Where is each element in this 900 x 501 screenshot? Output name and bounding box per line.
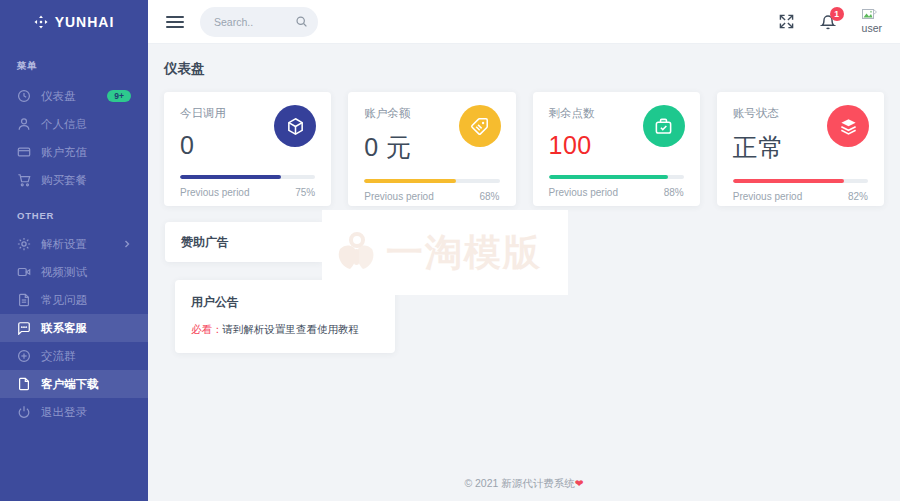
footer-copyright: © 2021 新源代计费系统❤ [148, 477, 900, 491]
power-icon [17, 405, 31, 419]
sidebar-item-label: 购买套餐 [41, 173, 87, 188]
announcement-highlight: 必看： [191, 323, 223, 335]
progress-label: Previous period [733, 191, 802, 202]
file-text-icon [17, 293, 31, 307]
user-avatar[interactable]: user [862, 9, 882, 34]
progress-bar [364, 179, 499, 183]
topbar: 1 user [148, 0, 900, 44]
search-bar [200, 7, 318, 37]
progress-percent: 68% [479, 191, 499, 202]
sidebar-item-recharge[interactable]: 账户充值 [0, 138, 148, 166]
stat-cards-row: 今日调用 0 Previous period 75% 账户余额 0 元 Prev… [164, 92, 884, 206]
sidebar-section-menu: 菜单 [0, 60, 148, 73]
progress-bar [733, 179, 868, 183]
cube-icon [274, 105, 316, 147]
cart-icon [17, 173, 31, 187]
sidebar-item-dashboard[interactable]: 仪表盘 9+ [0, 82, 148, 110]
video-icon [17, 265, 31, 279]
app-logo[interactable]: YUNHAI [0, 0, 148, 44]
progress-label: Previous period [364, 191, 433, 202]
sidebar-item-label: 个人信息 [41, 117, 87, 132]
page-title: 仪表盘 [164, 60, 884, 78]
sidebar-item-label: 退出登录 [41, 405, 87, 420]
file-icon [17, 377, 31, 391]
sidebar-item-label: 视频测试 [41, 265, 87, 280]
sidebar-item-parse-settings[interactable]: 解析设置 [0, 230, 148, 258]
sidebar-item-label: 解析设置 [41, 237, 87, 252]
tag-icon [459, 105, 501, 147]
dashboard-badge: 9+ [107, 90, 131, 103]
plus-circle-icon [17, 349, 31, 363]
heart-icon: ❤ [575, 477, 584, 489]
announcement-body: 必看：请到解析设置里查看使用教程 [191, 323, 379, 337]
watermark-logo-icon [330, 227, 382, 279]
notifications-bell-icon[interactable]: 1 [820, 14, 836, 30]
gear-icon [17, 237, 31, 251]
sidebar-item-faq[interactable]: 常见问题 [0, 286, 148, 314]
progress-percent: 82% [848, 191, 868, 202]
fullscreen-icon[interactable] [779, 14, 794, 29]
sidebar: YUNHAI 菜单 仪表盘 9+ 个人信息 账户充值 购买套餐 OTHER 解析… [0, 0, 148, 501]
sidebar-section-other: OTHER [0, 210, 148, 221]
sponsor-ad-title: 赞助广告 [181, 234, 229, 251]
sidebar-item-chat-group[interactable]: 交流群 [0, 342, 148, 370]
announcement-title: 用户公告 [191, 294, 379, 311]
sidebar-item-profile[interactable]: 个人信息 [0, 110, 148, 138]
chat-icon [17, 321, 31, 335]
main-content: 仪表盘 今日调用 0 Previous period 75% 账户余额 0 元 … [148, 44, 900, 501]
progress-percent: 75% [295, 187, 315, 198]
sidebar-item-label: 账户充值 [41, 145, 87, 160]
sidebar-item-buy-plan[interactable]: 购买套餐 [0, 166, 148, 194]
progress-label: Previous period [180, 187, 249, 198]
progress-label: Previous period [549, 187, 618, 198]
stat-card-account-status: 账号状态 正常 Previous period 82% [717, 92, 884, 206]
stat-card-remaining-points: 剩余点数 100 Previous period 88% [533, 92, 700, 206]
search-icon[interactable] [295, 15, 308, 28]
sidebar-item-label: 仪表盘 [41, 89, 76, 104]
hamburger-menu-icon[interactable] [166, 16, 184, 28]
stat-card-balance: 账户余额 0 元 Previous period 68% [348, 92, 515, 206]
sidebar-item-client-download[interactable]: 客户端下载 [0, 370, 148, 398]
sidebar-item-contact-support[interactable]: 联系客服 [0, 314, 148, 342]
announcement-text: 请到解析设置里查看使用教程 [223, 323, 360, 335]
notification-count-badge: 1 [830, 7, 844, 21]
watermark: 一淘模版 [322, 210, 568, 295]
sidebar-item-video-test[interactable]: 视频测试 [0, 258, 148, 286]
sidebar-item-label: 交流群 [41, 349, 76, 364]
sidebar-item-label: 常见问题 [41, 293, 87, 308]
user-avatar-alt-text: user [862, 23, 882, 34]
layers-icon [827, 105, 869, 147]
chevron-right-icon [123, 240, 131, 248]
search-input[interactable] [214, 16, 294, 28]
clock-icon [17, 89, 31, 103]
user-icon [17, 117, 31, 131]
watermark-text: 一淘模版 [386, 228, 542, 278]
credit-card-icon [17, 145, 31, 159]
sidebar-item-label: 联系客服 [41, 321, 87, 336]
progress-bar [549, 175, 684, 179]
sidebar-item-label: 客户端下载 [41, 377, 99, 392]
sponsor-ad-card: 赞助广告 [165, 222, 322, 262]
move-arrows-icon [34, 15, 48, 29]
briefcase-check-icon [643, 105, 685, 147]
progress-percent: 88% [664, 187, 684, 198]
logo-text: YUNHAI [55, 14, 115, 30]
progress-bar [180, 175, 315, 179]
broken-image-icon [862, 9, 877, 21]
sidebar-item-logout[interactable]: 退出登录 [0, 398, 148, 426]
stat-card-today-calls: 今日调用 0 Previous period 75% [164, 92, 331, 206]
